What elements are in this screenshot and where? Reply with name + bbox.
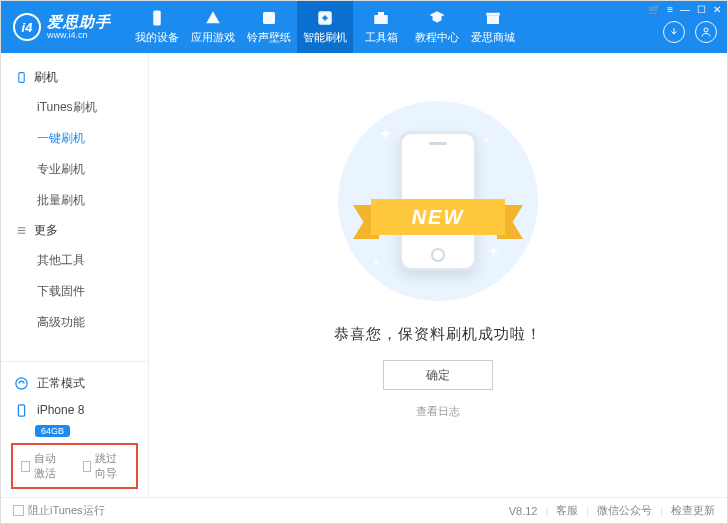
- close-button[interactable]: ✕: [713, 4, 721, 15]
- brand-url: www.i4.cn: [47, 31, 111, 40]
- ok-button[interactable]: 确定: [383, 360, 493, 390]
- svg-rect-1: [263, 12, 275, 24]
- brand-logo: i4 爱思助手 www.i4.cn: [13, 13, 129, 41]
- sidebar-item-pro-flash[interactable]: 专业刷机: [1, 154, 148, 185]
- device-info[interactable]: iPhone 8: [11, 397, 138, 423]
- nav-label: 铃声壁纸: [247, 30, 291, 45]
- nav-label: 智能刷机: [303, 30, 347, 45]
- svg-rect-0: [153, 11, 161, 26]
- auto-activate-checkbox[interactable]: 自动激活: [21, 451, 67, 481]
- svg-point-5: [704, 28, 708, 32]
- sidebar-item-advanced[interactable]: 高级功能: [1, 307, 148, 338]
- view-log-link[interactable]: 查看日志: [416, 404, 460, 419]
- section-title: 刷机: [34, 69, 58, 86]
- top-nav: 我的设备 应用游戏 铃声壁纸 智能刷机 工具箱 教程中心: [129, 1, 521, 53]
- separator: |: [545, 505, 548, 517]
- window-controls: 🛒 ≡ — ☐ ✕: [648, 4, 721, 15]
- nav-my-device[interactable]: 我的设备: [129, 1, 185, 53]
- new-ribbon: NEW: [353, 195, 523, 243]
- section-title: 更多: [34, 222, 58, 239]
- check-update-link[interactable]: 检查更新: [671, 503, 715, 518]
- device-name: iPhone 8: [37, 403, 84, 417]
- storage-badge: 64GB: [35, 425, 70, 437]
- nav-label: 我的设备: [135, 30, 179, 45]
- svg-rect-11: [18, 404, 24, 415]
- mode-label: 正常模式: [37, 375, 85, 392]
- ringtone-icon: [260, 9, 278, 27]
- checkbox-label: 跳过向导: [95, 451, 128, 481]
- cart-icon[interactable]: 🛒: [648, 4, 660, 15]
- sidebar-section-more: 更多: [1, 216, 148, 245]
- tutorial-icon: [428, 9, 446, 27]
- nav-tutorial[interactable]: 教程中心: [409, 1, 465, 53]
- options-box: 自动激活 跳过向导: [11, 443, 138, 489]
- user-button[interactable]: [695, 21, 717, 43]
- success-message: 恭喜您，保资料刷机成功啦！: [334, 325, 542, 344]
- download-button[interactable]: [663, 21, 685, 43]
- app-header: 🛒 ≡ — ☐ ✕ i4 爱思助手 www.i4.cn 我的设备 应用游戏: [1, 1, 727, 53]
- maximize-button[interactable]: ☐: [697, 4, 706, 15]
- phone-icon: [13, 402, 29, 418]
- nav-ringtone[interactable]: 铃声壁纸: [241, 1, 297, 53]
- nav-toolbox[interactable]: 工具箱: [353, 1, 409, 53]
- block-itunes-checkbox[interactable]: 阻止iTunes运行: [13, 503, 105, 518]
- mode-icon: [13, 376, 29, 392]
- svg-point-10: [15, 378, 26, 389]
- ribbon-text: NEW: [371, 199, 505, 235]
- minimize-button[interactable]: —: [680, 4, 690, 15]
- skip-guide-checkbox[interactable]: 跳过向导: [83, 451, 129, 481]
- separator: |: [660, 505, 663, 517]
- checkbox-label: 阻止iTunes运行: [28, 503, 105, 518]
- nav-store[interactable]: 爱思商城: [465, 1, 521, 53]
- separator: |: [586, 505, 589, 517]
- wechat-link[interactable]: 微信公众号: [597, 503, 652, 518]
- version-label: V8.12: [509, 505, 538, 517]
- sidebar: 刷机 iTunes刷机 一键刷机 专业刷机 批量刷机 更多 其他工具 下载固件 …: [1, 53, 149, 497]
- device-icon: [148, 9, 166, 27]
- nav-label: 工具箱: [365, 30, 398, 45]
- checkbox-label: 自动激活: [34, 451, 67, 481]
- brand-title: 爱思助手: [47, 14, 111, 29]
- sidebar-item-itunes-flash[interactable]: iTunes刷机: [1, 92, 148, 123]
- flash-icon: [316, 9, 334, 27]
- svg-rect-3: [374, 15, 388, 24]
- nav-label: 应用游戏: [191, 30, 235, 45]
- phone-icon: [15, 71, 28, 84]
- sidebar-item-batch-flash[interactable]: 批量刷机: [1, 185, 148, 216]
- svg-rect-4: [378, 12, 384, 15]
- more-icon: [15, 224, 28, 237]
- device-mode[interactable]: 正常模式: [11, 370, 138, 397]
- store-icon: [484, 9, 502, 27]
- sidebar-item-other-tools[interactable]: 其他工具: [1, 245, 148, 276]
- header-right: [663, 21, 717, 43]
- nav-label: 教程中心: [415, 30, 459, 45]
- nav-smart-flash[interactable]: 智能刷机: [297, 1, 353, 53]
- main-content: ✦ ✦ ✦ ✦ NEW 恭喜您，保资料刷机成功啦！ 确定 查看日志: [149, 53, 727, 497]
- toolbox-icon: [372, 9, 390, 27]
- sidebar-item-download-firmware[interactable]: 下载固件: [1, 276, 148, 307]
- svg-rect-6: [19, 73, 24, 83]
- nav-label: 爱思商城: [471, 30, 515, 45]
- logo-icon: i4: [13, 13, 41, 41]
- apps-icon: [204, 9, 222, 27]
- menu-icon[interactable]: ≡: [667, 4, 673, 15]
- sidebar-item-onekey-flash[interactable]: 一键刷机: [1, 123, 148, 154]
- nav-apps[interactable]: 应用游戏: [185, 1, 241, 53]
- success-illustration: ✦ ✦ ✦ ✦ NEW: [338, 101, 538, 301]
- sidebar-section-flash: 刷机: [1, 63, 148, 92]
- support-link[interactable]: 客服: [556, 503, 578, 518]
- status-bar: 阻止iTunes运行 V8.12 | 客服 | 微信公众号 | 检查更新: [1, 497, 727, 523]
